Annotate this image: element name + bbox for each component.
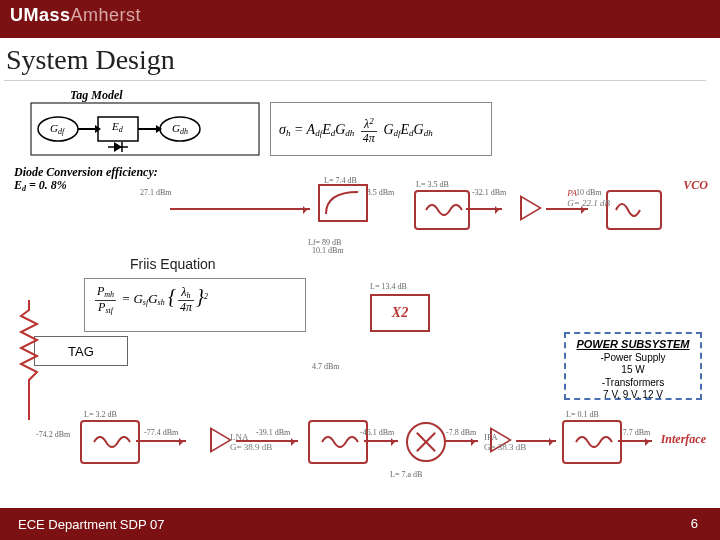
- cb-a3: -46.1 dBm: [360, 428, 394, 437]
- page-title: System Design: [6, 44, 175, 76]
- ct-arrow-1: [466, 208, 502, 210]
- chain-bottom: L= 3.2 dB -74.2 dBm -77.4 dBm -39.1 dBm …: [40, 420, 720, 480]
- diode-efficiency-text: Diode Conversion efficiency: Ed = 0. 8%: [14, 166, 158, 194]
- friis-formula-box: PmhPstf = GsfGsh {λh4π}2: [84, 278, 306, 332]
- ifa-label: IFA G= 38.3 dB: [484, 432, 526, 452]
- vco-block: [606, 190, 662, 230]
- sigma-formula-box: σh = AdfEdGdh λ24π GdfEdGdh: [270, 102, 492, 156]
- mid-t1: 10.1 dBm: [312, 246, 344, 255]
- ct-val-a2: -32.1 dBm: [472, 188, 506, 197]
- friis-formula: PmhPstf = GsfGsh {λh4π}2: [93, 285, 208, 315]
- ct-filter-block: [414, 190, 470, 230]
- lna-label: LNA G= 38.9 dB: [230, 432, 272, 452]
- interface-label: Interface: [661, 432, 706, 447]
- mixer-icon: [406, 422, 446, 462]
- footer-dept: ECE Department SDP 07: [18, 517, 164, 532]
- cb-arrow-5: [618, 440, 652, 442]
- x2-loss-label: L= 13.4 dB: [370, 282, 407, 291]
- cb-a4: -7.8 dBm: [446, 428, 476, 437]
- ct-arrow-2: [546, 208, 588, 210]
- curve-l: L= 7.4 dB: [324, 176, 357, 185]
- vco-label: VCO: [683, 178, 708, 193]
- gdh-label: Gdh: [172, 122, 188, 136]
- cb-filter-0: [80, 420, 140, 464]
- cb-arrow-0: [136, 440, 186, 442]
- ct-arrow-0: [170, 208, 310, 210]
- ct-filter-l: L= 3.5 dB: [416, 180, 449, 189]
- gdf-label: Gdf: [50, 122, 64, 136]
- power-l1: -Power Supply: [566, 352, 700, 365]
- tag-model-label: Tag Model: [70, 88, 123, 103]
- cb-arrow-2: [364, 440, 398, 442]
- pa-label: PA G= 22.1 dB: [567, 188, 610, 208]
- cb-a0: -74.2 dBm: [36, 430, 70, 439]
- power-title: POWER SUBSYSTEM: [566, 338, 700, 352]
- title-underline: [4, 80, 706, 81]
- cb-a1: -77.4 dBm: [144, 428, 178, 437]
- cb-filter-1: [308, 420, 368, 464]
- svg-marker-4: [114, 142, 122, 152]
- cb-lb: L= 7.a dB: [390, 470, 422, 479]
- lna-amp-icon: [210, 427, 232, 453]
- sigma-formula: σh = AdfEdGdh λ24π GdfEdGdh: [279, 117, 433, 144]
- mid-t3: 4.7 dBm: [312, 362, 340, 371]
- tag-chip: TAG: [34, 336, 128, 366]
- friis-label: Friis Equation: [130, 256, 216, 272]
- resistor-icon: [18, 300, 40, 420]
- umass-logo: UMassAmherst: [10, 5, 141, 26]
- chain-top: 27.1 dBm -28.5 dBm L= 3.5 dB -32.1 dBm 1…: [150, 190, 710, 250]
- cb-filter-2: [562, 420, 622, 464]
- ct-val-a0: 27.1 dBm: [140, 188, 172, 197]
- power-l2: 15 W: [566, 364, 700, 377]
- power-l3: -Transformers: [566, 377, 700, 390]
- characteristic-curve-box: [318, 184, 368, 222]
- ed-label: Ed: [112, 120, 123, 134]
- slide-number: 6: [691, 516, 698, 531]
- cb-arrow-3: [444, 440, 478, 442]
- diode-eff-line2: Ed = 0. 8%: [14, 179, 158, 194]
- pa-amp-icon: [520, 195, 542, 221]
- cb-f2-l: L= 0.1 dB: [566, 410, 599, 419]
- power-subsystem-box: POWER SUBSYSTEM -Power Supply 15 W -Tran…: [564, 332, 702, 400]
- tag-model-svg: [30, 102, 260, 156]
- cb-ant-l: L= 3.2 dB: [84, 410, 117, 419]
- power-l4: 7 V, 9 V, 12 V: [566, 389, 700, 402]
- tag-model-block: Tag Model Gdf Ed Gdh: [30, 88, 280, 162]
- cb-a5: -7.7 dBm: [620, 428, 650, 437]
- x2-block: X2: [370, 294, 430, 332]
